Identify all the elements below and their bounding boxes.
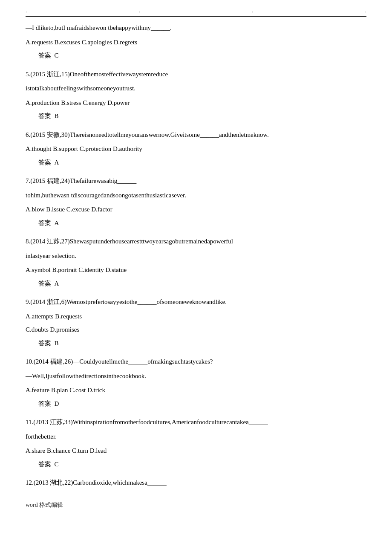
question-11-answer: 答案 C: [38, 459, 366, 470]
question-8: 8.(2014 江苏,27)Shewasputunderhousearrestt…: [26, 236, 366, 289]
question-6-answer: 答案 A: [38, 157, 366, 168]
question-5-answer: 答案 B: [38, 111, 366, 122]
question-9: 9.(2014 浙江,6)Wemostprefertosayyestothe__…: [26, 297, 366, 349]
footer-label: word 格式编辑: [26, 502, 63, 508]
question-intro-answer: 答案 C: [38, 50, 366, 61]
question-11-text: 11.(2013 江苏,33)Withinspirationfromotherf…: [26, 417, 366, 428]
question-5-text: 5.(2015 浙江,15)Oneofthemosteffectivewayst…: [26, 69, 366, 80]
question-6-text: 6.(2015 安徽,30)Thereisnoneedtotellmeyoura…: [26, 130, 366, 141]
question-9-options-2: C.doubts D.promises: [26, 324, 366, 335]
question-8-options: A.symbol B.portrait C.identity D.statue: [26, 265, 366, 276]
question-10-options: A.feature B.plan C.cost D.trick: [26, 385, 366, 396]
question-11-text2: forthebetter.: [26, 431, 366, 442]
question-9-options-1: A.attempts B.requests: [26, 311, 366, 322]
question-8-text: 8.(2014 江苏,27)Shewasputunderhousearrestt…: [26, 236, 366, 247]
header-dot-3: ·: [252, 9, 253, 15]
question-7: 7.(2015 福建,24)Thefailurewasabig______ to…: [26, 176, 366, 228]
question-9-answer: 答案 B: [38, 338, 366, 349]
question-9-text: 9.(2014 浙江,6)Wemostprefertosayyestothe__…: [26, 297, 366, 308]
question-11: 11.(2013 江苏,33)Withinspirationfromotherf…: [26, 417, 366, 470]
question-10-text2: —Well,Ijustfollowthedirectionsinthecookb…: [26, 371, 366, 382]
header-dot-4: ·: [365, 9, 366, 15]
header-dot-2: ·: [139, 9, 140, 15]
question-6: 6.(2015 安徽,30)Thereisnoneedtotellmeyoura…: [26, 130, 366, 168]
question-10-answer: 答案 D: [38, 399, 366, 410]
question-7-text: 7.(2015 福建,24)Thefailurewasabig______: [26, 176, 366, 187]
question-5: 5.(2015 浙江,15)Oneofthemosteffectivewayst…: [26, 69, 366, 122]
question-7-options: A.blow B.issue C.excuse D.factor: [26, 204, 366, 215]
question-intro-options: A.requests B.excuses C.apologies D.regre…: [26, 37, 366, 48]
question-10: 10.(2014 福建,26)—Couldyoutellmethe______o…: [26, 356, 366, 409]
question-intro-text: —I dliketo,butI mafraidshewon tbehappywi…: [26, 23, 366, 34]
question-12-text: 12.(2013 湖北,22)Carbondioxide,whichmakesa…: [26, 477, 366, 489]
question-8-answer: 答案 A: [38, 278, 366, 289]
question-5-options: A.production B.stress C.energy D.power: [26, 98, 366, 109]
header-dot-1: ·: [26, 9, 27, 15]
question-7-answer: 答案 A: [38, 218, 366, 229]
question-11-options: A.share B.chance C.turn D.lead: [26, 445, 366, 457]
question-5-text2: istotalkaboutfeelingswithsomeoneyoutrust…: [26, 83, 366, 94]
question-6-options: A.thought B.support C.protection D.autho…: [26, 144, 366, 155]
question-intro: —I dliketo,butI mafraidshewon tbehappywi…: [26, 23, 366, 61]
top-header: · · · ·: [26, 9, 366, 17]
question-7-text2: tohim,buthewasn tdiscouragedandsoongotas…: [26, 190, 366, 201]
question-8-text2: inlastyear selection.: [26, 251, 366, 262]
question-12: 12.(2013 湖北,22)Carbondioxide,whichmakesa…: [26, 477, 366, 489]
question-10-text: 10.(2014 福建,26)—Couldyoutellmethe______o…: [26, 356, 366, 367]
footer: word 格式编辑: [26, 501, 366, 509]
